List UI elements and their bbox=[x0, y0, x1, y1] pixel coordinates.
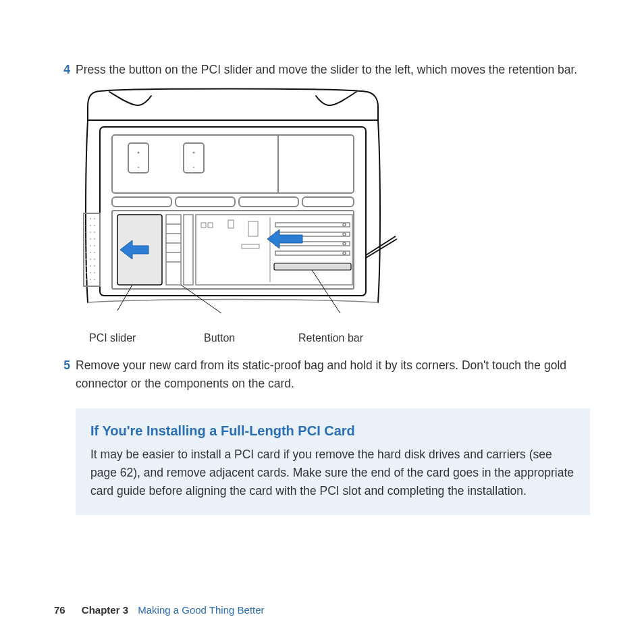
svg-rect-12 bbox=[302, 197, 354, 207]
diagram-labels: PCI slider Button Retention bar bbox=[76, 332, 590, 344]
note-body: It may be easier to install a PCI card i… bbox=[90, 446, 575, 500]
svg-point-24 bbox=[86, 238, 87, 240]
svg-rect-57 bbox=[248, 221, 258, 236]
svg-point-18 bbox=[86, 225, 87, 226]
svg-point-39 bbox=[86, 272, 87, 273]
svg-rect-68 bbox=[274, 263, 351, 270]
svg-rect-53 bbox=[196, 215, 352, 285]
page-number: 76 bbox=[54, 604, 65, 616]
svg-point-7 bbox=[193, 167, 194, 168]
svg-point-67 bbox=[343, 252, 346, 254]
svg-point-26 bbox=[94, 238, 95, 240]
svg-point-16 bbox=[90, 218, 91, 219]
svg-point-6 bbox=[193, 152, 195, 154]
svg-point-44 bbox=[94, 279, 95, 280]
note-box: If You're Installing a Full-Length PCI C… bbox=[76, 408, 590, 515]
svg-rect-56 bbox=[228, 220, 234, 228]
svg-point-25 bbox=[90, 238, 91, 240]
svg-rect-60 bbox=[275, 223, 350, 227]
label-retention-bar: Retention bar bbox=[298, 332, 363, 344]
svg-rect-2 bbox=[128, 143, 149, 173]
chapter-title: Making a Good Thing Better bbox=[138, 604, 264, 616]
step-number: 4 bbox=[54, 61, 70, 78]
svg-line-71 bbox=[312, 270, 340, 313]
svg-point-64 bbox=[343, 223, 346, 226]
step-text: Press the button on the PCI slider and m… bbox=[76, 61, 590, 78]
svg-point-15 bbox=[86, 218, 87, 219]
svg-point-65 bbox=[343, 233, 346, 236]
label-button: Button bbox=[204, 332, 298, 344]
svg-point-32 bbox=[94, 252, 95, 253]
svg-point-23 bbox=[94, 232, 95, 233]
svg-rect-11 bbox=[239, 197, 298, 207]
svg-point-21 bbox=[86, 232, 87, 233]
mac-pro-diagram bbox=[76, 86, 406, 329]
step-number: 5 bbox=[54, 356, 70, 392]
svg-rect-54 bbox=[201, 223, 206, 227]
svg-point-22 bbox=[90, 232, 91, 233]
svg-point-41 bbox=[94, 272, 95, 273]
svg-point-38 bbox=[94, 265, 95, 267]
svg-point-31 bbox=[90, 252, 91, 253]
svg-point-36 bbox=[86, 265, 87, 267]
svg-point-28 bbox=[90, 245, 91, 246]
svg-point-42 bbox=[86, 279, 87, 280]
svg-rect-46 bbox=[166, 215, 181, 285]
svg-point-35 bbox=[94, 259, 95, 260]
svg-point-33 bbox=[86, 259, 87, 260]
chapter-label: Chapter 3 bbox=[82, 604, 128, 616]
step-text: Remove your new card from its static-pro… bbox=[76, 356, 590, 392]
page-footer: 76 Chapter 3 Making a Good Thing Better bbox=[54, 604, 265, 616]
diagram-block: PCI slider Button Retention bar bbox=[76, 86, 590, 344]
svg-rect-55 bbox=[208, 223, 213, 227]
svg-rect-10 bbox=[176, 197, 235, 207]
svg-rect-9 bbox=[112, 197, 171, 207]
svg-point-40 bbox=[90, 272, 91, 273]
svg-point-29 bbox=[94, 245, 95, 246]
svg-point-37 bbox=[90, 265, 91, 267]
label-pci-slider: PCI slider bbox=[89, 332, 204, 344]
svg-rect-58 bbox=[242, 244, 259, 248]
note-title: If You're Installing a Full-Length PCI C… bbox=[90, 421, 575, 441]
svg-point-20 bbox=[94, 225, 95, 226]
step-5: 5 Remove your new card from its static-p… bbox=[54, 356, 590, 392]
svg-point-4 bbox=[138, 167, 139, 168]
svg-rect-5 bbox=[184, 143, 204, 173]
svg-point-19 bbox=[90, 225, 91, 226]
svg-point-66 bbox=[343, 242, 346, 245]
svg-rect-63 bbox=[275, 251, 350, 255]
svg-point-43 bbox=[90, 279, 91, 280]
svg-rect-52 bbox=[184, 215, 193, 285]
svg-point-34 bbox=[90, 259, 91, 260]
step-4: 4 Press the button on the PCI slider and… bbox=[54, 61, 590, 78]
svg-point-30 bbox=[86, 252, 87, 253]
svg-point-17 bbox=[94, 218, 95, 219]
svg-point-27 bbox=[86, 245, 87, 246]
svg-point-3 bbox=[138, 152, 140, 154]
